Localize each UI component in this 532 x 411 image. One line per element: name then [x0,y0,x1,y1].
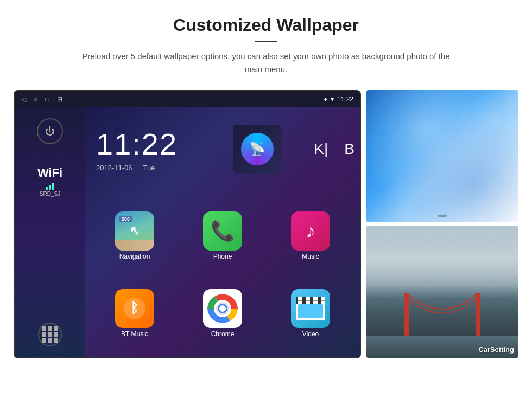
content-area: ◁ ○ □ ⊟ ♦ ▾ 11:22 ⏻ [0,85,532,358]
app-label-navigation: Navigation [119,253,150,260]
chrome-icon [203,289,242,328]
back-icon[interactable]: ◁ [21,95,26,103]
clock-time: 11:22 [96,126,214,162]
svg-text:ᛒ: ᛒ [130,300,139,316]
video-icon [291,289,330,328]
dot-9 [54,338,58,343]
wifi-status-icon: ▾ [331,95,334,103]
dot-2 [48,326,52,331]
screenshot-icon[interactable]: ⊟ [57,95,62,103]
svg-point-6 [219,305,226,312]
dot-5 [48,332,52,337]
app-label-video: Video [302,330,319,338]
power-button[interactable]: ⏻ [37,118,63,144]
phone-symbol: 📞 [211,220,235,242]
status-bar: ◁ ○ □ ⊟ ♦ ▾ 11:22 [15,91,360,107]
app-label-btmusic: BT Music [121,330,148,338]
map-arrow-icon: ↖ [130,224,140,238]
wifi-ssid: SRD_SJ [37,191,62,197]
bridge-cables-svg [388,293,497,336]
device-mockup: ◁ ○ □ ⊟ ♦ ▾ 11:22 ⏻ [14,90,361,358]
app-label-phone: Phone [213,253,232,260]
title-divider [255,41,277,42]
carsetting-label: CarSetting [478,345,514,354]
letter-k: K| [314,140,328,158]
dot-1 [42,326,46,331]
wifi-bars [37,182,62,190]
wallpaper-thumb-ice[interactable] [366,90,518,222]
page-container: Customized Wallpaper Preload over 5 defa… [0,0,532,358]
media-icon: 📡 [241,133,274,165]
dot-4 [42,332,46,337]
page-header: Customized Wallpaper Preload over 5 defa… [0,0,532,85]
status-right: ♦ ▾ 11:22 [324,95,353,103]
grid-dots [42,326,58,343]
media-widget[interactable]: 📡 [233,125,282,174]
app-item-video[interactable]: Video [267,274,354,352]
dot-6 [54,332,58,337]
video-clapboard-svg [296,297,325,320]
media-widget-section: 📡 [225,107,290,191]
app-item-btmusic[interactable]: ᛒ BT Music [91,274,179,352]
bluetooth-svg: ᛒ [123,297,147,320]
dot-8 [48,338,52,343]
broadcast-icon: 📡 [249,142,265,157]
nav-badge: 280 [119,216,132,222]
music-icon: ♪ [291,211,330,251]
ice-wallpaper-label [438,215,447,217]
navigation-icon: 280 ↖ [115,211,154,251]
center-content: 11:22 2018-11-06 Tue 📡 [85,107,360,357]
letter-b: B [344,140,354,158]
phone-icon: 📞 [203,211,242,251]
clock-section: 11:22 2018-11-06 Tue [85,107,225,191]
app-item-navigation[interactable]: 280 ↖ Navigation [91,197,179,274]
btmusic-icon: ᛒ [115,289,154,328]
clock-date-value: 2018-11-06 [96,164,132,172]
home-icon[interactable]: ○ [34,95,37,103]
svg-rect-13 [298,304,323,318]
wifi-bar-1 [46,187,48,190]
wifi-block[interactable]: WiFi SRD_SJ [37,166,62,197]
recent-icon[interactable]: □ [45,95,49,103]
wifi-bar-3 [52,183,54,190]
app-item-phone[interactable]: 📞 Phone [179,197,267,274]
top-panel: 11:22 2018-11-06 Tue 📡 [85,107,360,191]
app-label-music: Music [302,253,319,260]
media-letters: K| B [290,107,360,191]
clock-date: 2018-11-06 Tue [96,164,214,172]
power-icon: ⏻ [45,126,55,137]
app-grid: 280 ↖ Navigation 📞 Phone [85,191,360,357]
chrome-svg [207,293,238,324]
nav-road [115,240,154,251]
page-title: Customized Wallpaper [11,15,521,35]
apps-grid-button[interactable] [38,323,62,346]
wallpaper-thumb-bridge[interactable]: CarSetting [366,226,518,358]
dot-3 [54,326,58,331]
status-nav-icons: ◁ ○ □ ⊟ [21,95,62,103]
clock-day-value: Tue [143,164,155,172]
screen-main: ⏻ WiFi SRD_SJ [15,107,360,357]
app-item-music[interactable]: ♪ Music [267,197,354,274]
app-label-chrome: Chrome [211,330,235,338]
status-time: 11:22 [337,95,353,103]
left-sidebar: ⏻ WiFi SRD_SJ [15,107,85,357]
location-icon: ♦ [324,95,327,103]
wifi-bar-2 [49,185,51,190]
page-description: Preload over 5 default wallpaper options… [76,50,456,76]
wifi-label: WiFi [37,166,62,180]
wallpaper-thumbnails: CarSetting [366,90,518,358]
app-item-chrome[interactable]: Chrome [179,274,267,352]
music-symbol: ♪ [306,220,315,242]
dot-7 [42,338,46,343]
